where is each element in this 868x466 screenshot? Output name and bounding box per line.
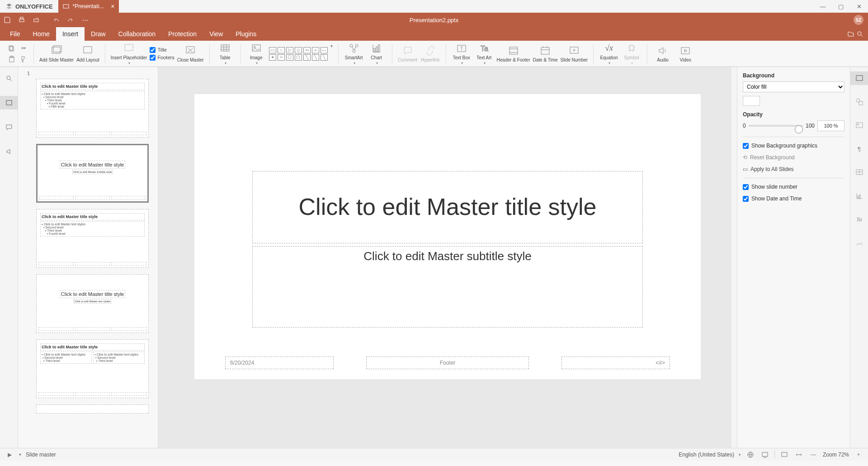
show-date-time-checkbox[interactable]: Show Date and Time <box>743 193 844 204</box>
maximize-button[interactable]: ▢ <box>832 0 850 13</box>
title-checkbox[interactable]: Title <box>150 47 174 53</box>
thumb-layout-5[interactable] <box>36 404 149 414</box>
zoom-label[interactable]: Zoom 72% <box>823 452 849 458</box>
open-location-icon[interactable] <box>847 30 854 38</box>
show-bg-graphics-checkbox[interactable]: Show Background graphics <box>743 140 844 152</box>
thumb-master[interactable]: Click to edit Master title style • Click… <box>36 79 149 138</box>
audio-button[interactable]: Audio <box>653 45 673 62</box>
add-slide-master-button[interactable]: Add Slide Master <box>39 45 74 62</box>
slide-number-placeholder[interactable]: <#> <box>561 357 670 369</box>
header-footer-button[interactable]: Header & Footer <box>497 45 530 62</box>
paste-icon[interactable] <box>7 55 16 64</box>
thumb-layout-3[interactable]: Click to edit Master title styleClick to… <box>36 274 149 333</box>
app-logo: ONLYOFFICE <box>0 3 58 10</box>
chart-settings-icon[interactable] <box>850 189 868 203</box>
opacity-value[interactable]: 100 % <box>817 120 844 131</box>
print-icon[interactable] <box>14 13 29 27</box>
image-button[interactable]: Image <box>246 43 266 65</box>
svg-rect-12 <box>125 44 133 51</box>
thumb-layout-2[interactable]: Click to edit Master title style • Click… <box>36 209 149 268</box>
opacity-max: 100 <box>806 123 815 129</box>
date-placeholder[interactable]: 6/20/2024 <box>225 357 334 369</box>
smartart-button[interactable]: SmartArt <box>344 43 364 65</box>
footers-checkbox[interactable]: Footers <box>150 55 174 61</box>
slide-settings-icon[interactable] <box>850 71 868 85</box>
fill-color-swatch[interactable] <box>743 96 760 106</box>
spellcheck-icon[interactable] <box>745 450 755 460</box>
slide-number-button[interactable]: # Slide Number <box>561 45 588 62</box>
start-slideshow-icon[interactable]: ▶ <box>5 450 14 460</box>
minimize-button[interactable]: — <box>814 0 832 13</box>
table-button[interactable]: Table <box>215 43 235 65</box>
language-label[interactable]: English (United States) <box>679 452 734 458</box>
save-icon[interactable] <box>0 13 14 27</box>
menu-view[interactable]: View <box>203 27 229 41</box>
add-layout-button[interactable]: Add Layout <box>76 45 99 62</box>
reset-background-button[interactable]: ⟲Reset Background <box>743 152 844 163</box>
footer-placeholder[interactable]: Footer <box>366 357 529 369</box>
thumb-layout-4[interactable]: Click to edit Master title style • Click… <box>36 339 149 398</box>
subtitle-placeholder[interactable]: Click to edit Master subtitle style <box>252 246 643 328</box>
svg-rect-32 <box>6 100 12 105</box>
zoom-out-icon[interactable]: — <box>808 450 818 460</box>
user-avatar[interactable]: SZ <box>854 15 863 25</box>
undo-icon[interactable] <box>49 13 63 27</box>
slideshow-dropdown-icon[interactable]: ▾ <box>19 452 21 457</box>
slide-canvas[interactable]: Click to edit Master title style Click t… <box>158 67 737 448</box>
thumb-layout-1[interactable]: Click to edit Master title style Click t… <box>36 144 149 203</box>
menu-home[interactable]: Home <box>27 27 56 41</box>
quick-print-icon[interactable] <box>29 13 43 27</box>
menu-plugins[interactable]: Plugins <box>229 27 263 41</box>
fit-slide-icon[interactable] <box>779 450 789 460</box>
date-time-button[interactable]: Date & Time <box>533 45 558 62</box>
zoom-in-icon[interactable]: ＋ <box>854 450 863 460</box>
apply-icon: ▭ <box>743 166 748 172</box>
close-master-button[interactable]: Close Master <box>177 45 204 62</box>
text-art-button[interactable]: Ta Text Art <box>474 43 494 65</box>
canvas-scrollbar[interactable] <box>731 67 737 448</box>
svg-rect-36 <box>856 123 863 128</box>
close-window-button[interactable]: ✕ <box>850 0 868 13</box>
shapes-gallery[interactable]: ▭○▷◇⇦＋— ✦✧☐⬠╲╲╲ <box>269 47 328 61</box>
fill-type-select[interactable]: Color fill <box>743 81 844 92</box>
svg-rect-26 <box>509 47 518 54</box>
cut-icon[interactable]: ✂ <box>19 44 28 53</box>
search-icon[interactable] <box>856 30 863 38</box>
menu-draw[interactable]: Draw <box>85 27 112 41</box>
doc-feedback-icon[interactable] <box>760 450 770 460</box>
fit-width-icon[interactable] <box>794 450 804 460</box>
feedback-icon[interactable] <box>0 145 18 158</box>
video-button[interactable]: Video <box>675 45 695 62</box>
menu-insert[interactable]: Insert <box>56 27 85 41</box>
more-icon[interactable]: ⋯ <box>78 13 92 27</box>
signature-settings-icon[interactable] <box>850 236 868 250</box>
slide-thumbnails[interactable]: 1 Click to edit Master title style • Cli… <box>18 67 158 448</box>
title-placeholder[interactable]: Click to edit Master title style <box>252 171 643 243</box>
shapes-expand-icon[interactable]: ▾ <box>330 43 333 48</box>
slide[interactable]: Click to edit Master title style Click t… <box>194 94 701 379</box>
insert-placeholder-button[interactable]: Insert Placeholder <box>111 43 147 65</box>
redo-icon[interactable] <box>63 13 78 27</box>
document-tab[interactable]: *Presentati... × <box>58 0 119 13</box>
image-settings-icon[interactable] <box>850 119 868 132</box>
show-slide-number-checkbox[interactable]: Show slide number <box>743 181 844 193</box>
equation-button[interactable]: √x Equation <box>599 43 619 65</box>
text-box-button[interactable]: T Text Box <box>452 43 472 65</box>
shape-settings-icon[interactable] <box>850 95 868 109</box>
close-tab-icon[interactable]: × <box>111 3 114 10</box>
opacity-slider[interactable] <box>749 125 803 127</box>
slides-panel-icon[interactable] <box>0 96 18 109</box>
text-art-settings-icon[interactable]: Ta <box>850 213 868 226</box>
table-settings-icon[interactable] <box>850 166 868 179</box>
find-icon[interactable] <box>0 71 18 85</box>
svg-rect-7 <box>9 57 14 62</box>
menu-protection[interactable]: Protection <box>162 27 203 41</box>
copy-icon[interactable] <box>7 44 16 53</box>
chart-button[interactable]: Chart <box>367 43 387 65</box>
comments-panel-icon[interactable] <box>0 120 18 134</box>
menu-collaboration[interactable]: Collaboration <box>112 27 162 41</box>
format-painter-icon[interactable] <box>19 55 28 64</box>
paragraph-settings-icon[interactable]: ¶ <box>850 142 868 156</box>
apply-all-button[interactable]: ▭Apply to All Slides <box>743 163 844 175</box>
menu-file[interactable]: File <box>4 27 27 41</box>
